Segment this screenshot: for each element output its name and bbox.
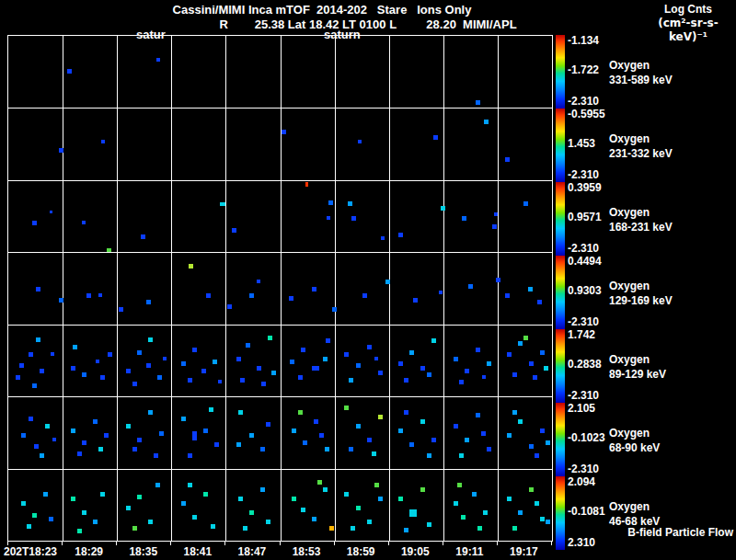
data-point xyxy=(344,492,349,497)
data-point xyxy=(507,352,512,357)
data-point xyxy=(523,201,528,206)
panel-species-label: Oxygen xyxy=(609,206,650,219)
data-point xyxy=(290,360,294,364)
data-point xyxy=(209,407,213,412)
panel-species-label: Oxygen xyxy=(609,59,650,72)
colorbar-tick-label: -2.310 xyxy=(568,169,599,181)
colorbar-units-header: Log Cnts (cm²-sr-s-keV)⁻¹ xyxy=(639,3,736,44)
data-point xyxy=(374,357,378,360)
data-point xyxy=(462,216,466,221)
data-point xyxy=(314,419,318,424)
data-point xyxy=(108,352,112,357)
data-point xyxy=(492,224,497,229)
axis-tick xyxy=(551,541,552,545)
data-point xyxy=(356,424,361,429)
data-point xyxy=(409,350,414,355)
data-point xyxy=(378,371,383,375)
data-point xyxy=(465,369,469,373)
data-point xyxy=(349,378,353,383)
colorbar-tick-label: -2.310 xyxy=(568,243,599,255)
data-point xyxy=(482,375,486,379)
time-tick-label: 18:35 xyxy=(129,545,157,558)
data-point xyxy=(512,526,517,531)
data-point xyxy=(351,526,355,531)
event-label: satur xyxy=(136,28,166,41)
panel-energy-label: 89-129 keV xyxy=(609,368,666,381)
colorbar-segment xyxy=(556,329,565,403)
data-point xyxy=(189,264,193,269)
spectrogram-panel xyxy=(8,252,552,324)
data-point xyxy=(465,438,469,442)
data-point xyxy=(82,510,86,515)
data-point xyxy=(227,304,232,309)
data-point xyxy=(181,361,186,366)
colorbar-tick-label: -1.134 xyxy=(568,35,599,47)
data-point xyxy=(240,378,245,383)
bfield-particle-flow-label: B-field Particle Flow xyxy=(627,526,733,539)
data-point xyxy=(43,492,48,497)
data-point xyxy=(203,492,208,497)
data-point xyxy=(243,526,247,531)
data-point xyxy=(344,406,349,410)
colorbar-tick-label: -0.1081 xyxy=(568,506,605,518)
data-point xyxy=(36,287,40,291)
data-point xyxy=(155,483,160,487)
data-point xyxy=(518,510,523,515)
colorbar-segment xyxy=(556,35,565,109)
data-point xyxy=(546,440,550,445)
data-point xyxy=(381,236,385,240)
data-point xyxy=(27,524,31,529)
data-point xyxy=(398,429,403,433)
data-point xyxy=(32,383,37,388)
data-point xyxy=(529,361,534,366)
colorbar-tick-label: 2.310 xyxy=(568,537,595,549)
event-label: saturn xyxy=(324,28,361,41)
colorbar-tick-label: 0.2838 xyxy=(568,359,602,371)
colorbar-tick-label: 2.094 xyxy=(568,476,595,488)
data-point xyxy=(50,211,52,213)
data-point xyxy=(312,366,319,371)
data-point xyxy=(188,453,192,458)
spectrogram-panel xyxy=(8,469,552,541)
colorbar-tick-label: 2.105 xyxy=(568,403,595,415)
data-point xyxy=(86,293,91,298)
data-point xyxy=(96,360,99,363)
data-point xyxy=(268,336,272,340)
data-point xyxy=(484,120,489,124)
data-point xyxy=(119,307,123,312)
data-point xyxy=(211,524,215,529)
data-point xyxy=(266,422,270,427)
data-point xyxy=(477,526,482,531)
data-point xyxy=(137,350,142,355)
data-point xyxy=(301,508,305,512)
colorbar-segment xyxy=(556,476,565,550)
data-point xyxy=(98,447,103,451)
data-point xyxy=(82,221,86,224)
axis-tick xyxy=(7,541,8,545)
panel-species-label: Oxygen xyxy=(609,280,650,292)
data-point xyxy=(374,483,379,487)
data-point xyxy=(535,453,539,458)
data-point xyxy=(529,487,534,492)
data-point xyxy=(404,528,408,532)
data-point xyxy=(249,433,254,438)
data-point xyxy=(481,431,486,436)
data-point xyxy=(266,520,270,524)
data-point xyxy=(546,520,550,524)
axis-tick xyxy=(62,541,63,545)
data-point xyxy=(540,517,545,521)
data-point xyxy=(34,444,39,449)
data-point xyxy=(487,361,491,366)
data-point xyxy=(93,419,98,424)
data-point xyxy=(181,501,186,506)
axis-tick xyxy=(116,541,117,545)
plot-title: Cassini/MIMI Inca mTOF 2014-202 Stare Io… xyxy=(173,3,472,17)
data-point xyxy=(82,372,86,377)
data-point xyxy=(206,293,211,298)
data-point xyxy=(378,415,383,419)
data-point xyxy=(16,375,20,380)
data-point xyxy=(507,433,512,438)
data-point xyxy=(289,296,293,301)
panel-energy-label: 331-589 keV xyxy=(609,74,673,86)
data-point xyxy=(260,487,265,492)
